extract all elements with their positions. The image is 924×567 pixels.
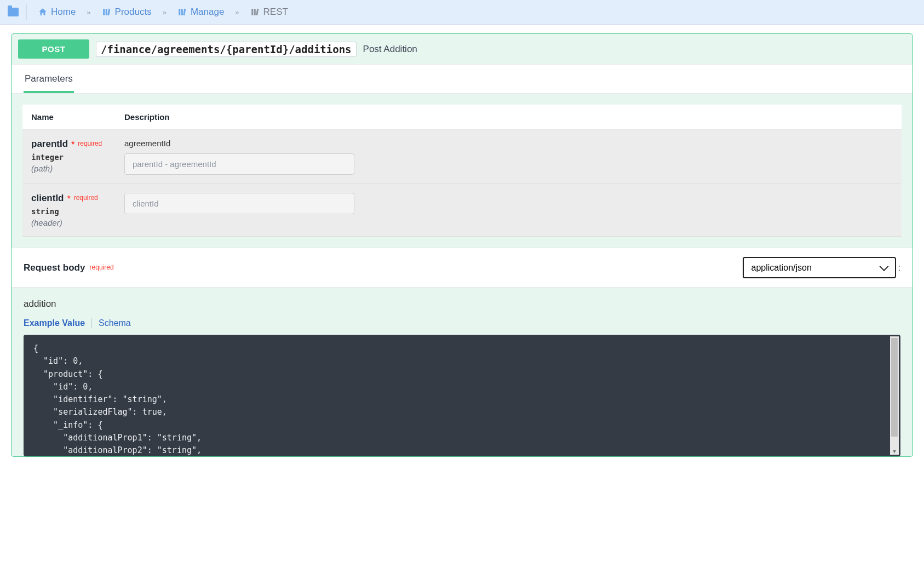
request-body: addition Example Value Schema { "id": 0,… <box>12 288 912 456</box>
parameters-table: Name Description parentId * required int… <box>22 105 902 237</box>
scrollbar[interactable]: ▲▼ <box>890 336 899 455</box>
param-in: (header) <box>31 218 107 227</box>
scrollbar-thumb[interactable] <box>891 338 898 437</box>
table-row: clientId * required string (header) <box>22 184 902 237</box>
request-body-title: Request body <box>24 262 85 273</box>
operation-header[interactable]: POST /finance/agreements/{parentId}/addi… <box>12 34 912 64</box>
crumb-rest-label: REST <box>263 7 288 18</box>
svg-rect-4 <box>181 9 183 15</box>
example-code-text: { "id": 0, "product": { "id": 0, "identi… <box>33 343 202 455</box>
chevron-right-icon: » <box>159 8 170 16</box>
operation-path: /finance/agreements/{parentId}/additions <box>96 42 357 57</box>
crumb-rest: REST <box>247 7 291 18</box>
required-label: required <box>74 194 98 202</box>
crumb-products[interactable]: Products <box>99 7 155 18</box>
col-description: Description <box>116 105 902 130</box>
svg-rect-2 <box>107 9 110 15</box>
http-method-badge: POST <box>18 39 89 59</box>
books-icon <box>177 7 187 17</box>
tab-parameters[interactable]: Parameters <box>24 65 74 93</box>
svg-rect-1 <box>105 9 107 15</box>
home-icon <box>38 7 48 17</box>
param-type: string <box>31 207 107 216</box>
breadcrumb-divider <box>26 4 27 20</box>
tab-schema[interactable]: Schema <box>99 318 131 328</box>
svg-rect-3 <box>179 9 180 15</box>
crumb-home-label: Home <box>51 7 76 18</box>
breadcrumb: Home » Products » Manage » REST <box>0 0 924 25</box>
param-name: clientId <box>31 193 64 203</box>
param-name: parentId <box>31 139 68 149</box>
books-icon <box>102 7 112 17</box>
example-code-block[interactable]: { "id": 0, "product": { "id": 0, "identi… <box>24 335 900 456</box>
param-input-parentid[interactable] <box>124 153 354 175</box>
required-label: required <box>90 264 114 271</box>
chevron-right-icon: » <box>232 8 242 16</box>
param-input-clientid[interactable] <box>124 193 354 214</box>
required-star: * <box>71 139 74 148</box>
content-type-suffix: : <box>898 263 900 273</box>
chevron-right-icon: » <box>83 8 94 16</box>
crumb-home[interactable]: Home <box>35 7 79 18</box>
param-type: integer <box>31 153 107 162</box>
crumb-manage-label: Manage <box>191 7 224 18</box>
model-tabs: Example Value Schema <box>24 318 900 328</box>
table-row: parentId * required integer (path) agree… <box>22 130 902 184</box>
param-description: agreementId <box>124 139 893 148</box>
operation-block: POST /finance/agreements/{parentId}/addi… <box>11 33 913 457</box>
svg-rect-6 <box>251 9 253 15</box>
svg-rect-8 <box>256 9 259 15</box>
required-star: * <box>67 193 71 203</box>
param-in: (path) <box>31 164 107 173</box>
books-icon <box>250 7 260 17</box>
svg-rect-7 <box>254 9 255 15</box>
tab-example-value[interactable]: Example Value <box>24 318 85 328</box>
svg-rect-0 <box>103 9 105 15</box>
tab-separator <box>91 318 92 328</box>
operation-summary: Post Addition <box>363 44 417 55</box>
request-body-description: addition <box>24 299 900 310</box>
crumb-products-label: Products <box>115 7 152 18</box>
required-label: required <box>78 140 102 147</box>
scroll-down-icon[interactable]: ▼ <box>890 448 899 455</box>
request-body-header: Request body required application/json : <box>12 248 912 288</box>
drawer-folder-icon[interactable] <box>8 8 19 16</box>
crumb-manage[interactable]: Manage <box>174 7 227 18</box>
svg-rect-5 <box>183 9 186 15</box>
operation-tabs: Parameters <box>12 64 912 94</box>
col-name: Name <box>22 105 116 130</box>
content-type-select[interactable]: application/json <box>743 257 896 278</box>
